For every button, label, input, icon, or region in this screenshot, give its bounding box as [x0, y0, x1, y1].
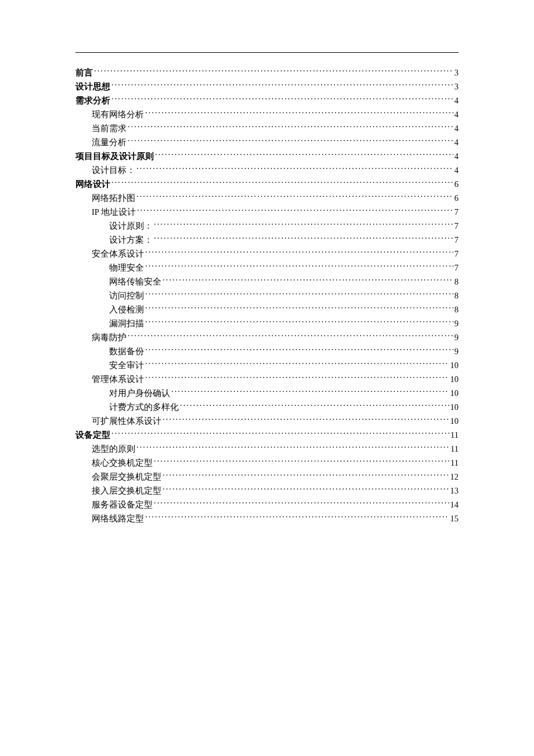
toc-dot-leader — [145, 262, 453, 271]
toc-dot-leader — [136, 165, 453, 174]
toc-entry-label: 安全体系设计 — [92, 247, 144, 261]
toc-entry[interactable]: 可扩展性体系设计10 — [75, 414, 459, 428]
toc-entry[interactable]: 设计思想3 — [75, 80, 459, 93]
toc-dot-leader — [136, 193, 453, 201]
toc-entry[interactable]: 选型的原则11 — [75, 442, 459, 456]
toc-entry[interactable]: 管理体系设计10 — [75, 372, 459, 386]
toc-dot-leader — [180, 402, 449, 411]
toc-entry[interactable]: 设备定型11 — [75, 428, 459, 442]
toc-entry[interactable]: 网络线路定型15 — [75, 512, 459, 525]
toc-dot-leader — [145, 360, 449, 369]
toc-entry-label: 网络拓扑图 — [92, 191, 135, 205]
toc-entry[interactable]: 核心交换机定型11 — [75, 456, 459, 470]
toc-entry-page: 8 — [454, 303, 459, 316]
toc-entry-page: 4 — [454, 93, 459, 107]
toc-entry-label: 选型的原则 — [92, 442, 135, 456]
toc-entry-page: 7 — [454, 247, 459, 261]
toc-entry[interactable]: 项目目标及设计原则4 — [75, 149, 459, 163]
toc-dot-leader — [154, 458, 449, 466]
toc-entry[interactable]: 服务器设备定型14 — [75, 498, 459, 512]
toc-entry-page: 3 — [454, 80, 459, 93]
toc-entry-label: 会聚层交换机定型 — [92, 470, 161, 484]
toc-entry[interactable]: 前言3 — [75, 66, 459, 80]
toc-entry-page: 13 — [450, 484, 459, 498]
toc-entry-label: 设计方案： — [109, 233, 153, 247]
toc-dot-leader — [145, 304, 453, 313]
toc-dot-leader — [163, 471, 449, 480]
toc-entry-page: 15 — [450, 512, 459, 525]
toc-dot-leader — [128, 123, 453, 132]
toc-entry[interactable]: 病毒防护9 — [75, 330, 459, 344]
toc-entry[interactable]: 入侵检测8 — [75, 303, 459, 316]
toc-entry-label: 核心交换机定型 — [92, 456, 153, 470]
toc-entry-page: 10 — [450, 386, 459, 400]
toc-entry-page: 4 — [454, 121, 459, 135]
toc-entry[interactable]: 网络设计6 — [75, 177, 459, 191]
toc-entry-label: 项目目标及设计原则 — [75, 149, 154, 163]
toc-dot-leader — [128, 332, 453, 341]
toc-entry-page: 8 — [454, 289, 459, 303]
toc-entry-page: 12 — [450, 470, 459, 484]
toc-dot-leader — [145, 290, 453, 299]
toc-entry-page: 4 — [454, 163, 459, 177]
toc-entry-label: 设计原则： — [109, 219, 153, 233]
toc-entry[interactable]: 漏洞扫描9 — [75, 316, 459, 330]
toc-entry-page: 6 — [454, 177, 459, 191]
toc-entry[interactable]: 设计目标：4 — [75, 163, 459, 177]
toc-entry-label: 访问控制 — [109, 289, 144, 303]
toc-entry-label: 现有网络分析 — [92, 107, 144, 121]
toc-dot-leader — [136, 444, 449, 452]
toc-dot-leader — [111, 430, 449, 438]
toc-entry[interactable]: 对用户身份确认10 — [75, 386, 459, 400]
document-page: 前言3设计思想3需求分析4现有网络分析4当前需求4流量分析4项目目标及设计原则4… — [0, 0, 534, 525]
toc-entry-page: 10 — [450, 400, 459, 414]
toc-entry[interactable]: 接入层交换机定型13 — [75, 484, 459, 498]
toc-entry[interactable]: 流量分析4 — [75, 135, 459, 149]
toc-entry[interactable]: 网络传输安全8 — [75, 275, 459, 289]
toc-entry[interactable]: 现有网络分析4 — [75, 107, 459, 121]
toc-entry-label: 当前需求 — [92, 121, 127, 135]
toc-entry-label: 计费方式的多样化 — [109, 400, 179, 414]
toc-dot-leader — [145, 513, 449, 522]
toc-entry-label: 服务器设备定型 — [92, 498, 153, 512]
toc-dot-leader — [154, 235, 453, 243]
toc-entry[interactable]: 物理安全7 — [75, 261, 459, 275]
toc-entry-page: 14 — [450, 498, 459, 512]
toc-entry[interactable]: 当前需求4 — [75, 121, 459, 135]
toc-entry-page: 9 — [454, 330, 459, 344]
toc-entry-label: 病毒防护 — [92, 330, 127, 344]
toc-entry-label: 管理体系设计 — [92, 372, 144, 386]
toc-entry-page: 10 — [450, 414, 459, 428]
toc-entry[interactable]: 设计原则：7 — [75, 219, 459, 233]
toc-entry[interactable]: 设计方案：7 — [75, 233, 459, 247]
toc-entry[interactable]: IP 地址设计7 — [75, 205, 459, 219]
toc-entry-label: 设备定型 — [75, 428, 110, 442]
toc-entry-page: 4 — [454, 135, 459, 149]
toc-dot-leader — [111, 95, 453, 104]
toc-entry-label: 接入层交换机定型 — [92, 484, 161, 498]
toc-entry-page: 8 — [454, 275, 459, 289]
toc-entry-label: 漏洞扫描 — [109, 316, 144, 330]
toc-entry[interactable]: 安全体系设计7 — [75, 247, 459, 261]
toc-entry[interactable]: 网络拓扑图6 — [75, 191, 459, 205]
toc-entry-label: 设计思想 — [75, 80, 110, 93]
toc-entry-page: 6 — [454, 191, 459, 205]
toc-dot-leader — [145, 109, 453, 118]
toc-entry[interactable]: 会聚层交换机定型12 — [75, 470, 459, 484]
toc-entry-page: 4 — [454, 107, 459, 121]
toc-dot-leader — [145, 346, 453, 355]
toc-dot-leader — [163, 416, 449, 424]
toc-entry[interactable]: 数据备份9 — [75, 344, 459, 358]
toc-entry[interactable]: 安全审计10 — [75, 358, 459, 372]
toc-entry[interactable]: 访问控制8 — [75, 289, 459, 303]
toc-entry-page: 11 — [450, 456, 459, 470]
toc-entry-page: 7 — [454, 233, 459, 247]
toc-dot-leader — [155, 151, 453, 160]
toc-dot-leader — [154, 499, 449, 508]
toc-dot-leader — [111, 179, 453, 188]
toc-entry-page: 9 — [454, 316, 459, 330]
toc-entry[interactable]: 计费方式的多样化10 — [75, 400, 459, 414]
toc-entry[interactable]: 需求分析4 — [75, 93, 459, 107]
toc-dot-leader — [145, 374, 449, 383]
toc-dot-leader — [94, 67, 453, 76]
